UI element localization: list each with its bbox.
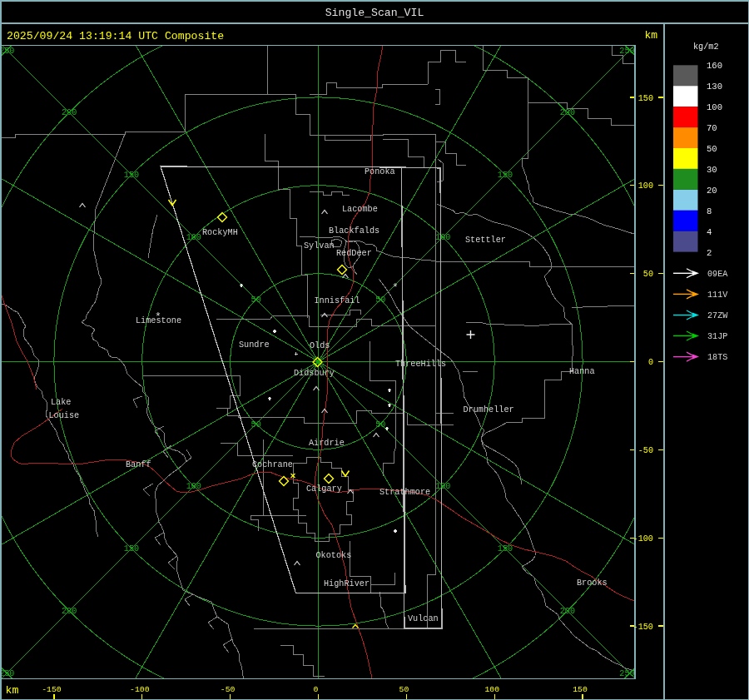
svg-text:2025/09/24 13:19:14 UTC Compos: 2025/09/24 13:19:14 UTC Composite [7, 30, 224, 42]
svg-text:-150: -150 [42, 685, 62, 694]
svg-text:Drumheller: Drumheller [464, 405, 514, 415]
svg-text:0: 0 [648, 358, 653, 367]
svg-text:31JP: 31JP [707, 332, 727, 341]
svg-text:0: 0 [314, 685, 319, 694]
svg-text:50: 50 [399, 685, 409, 694]
svg-text:Hanna: Hanna [569, 367, 595, 376]
svg-text:50: 50 [643, 270, 653, 279]
svg-text:70: 70 [707, 123, 717, 133]
svg-text:50: 50 [251, 420, 261, 429]
svg-text:150: 150 [498, 544, 513, 554]
svg-text:Blackfalds: Blackfalds [329, 226, 379, 236]
svg-text:150: 150 [498, 171, 513, 180]
svg-text:-100: -100 [130, 685, 150, 694]
svg-text:HighRiver: HighRiver [324, 579, 370, 588]
svg-text:4: 4 [707, 227, 712, 237]
svg-text:100: 100 [186, 233, 201, 242]
svg-text:50: 50 [251, 295, 261, 305]
svg-text:50: 50 [375, 295, 385, 305]
svg-text:Calgary: Calgary [306, 484, 342, 494]
svg-text:250: 250 [619, 47, 634, 56]
svg-text:kg/m2: kg/m2 [693, 42, 719, 52]
svg-text:Olds: Olds [310, 341, 330, 350]
svg-text:8: 8 [707, 206, 712, 216]
svg-text:Sundre: Sundre [239, 340, 270, 350]
svg-text:Airdrie: Airdrie [309, 439, 345, 448]
svg-text:200: 200 [62, 607, 77, 616]
svg-text:RockyMH: RockyMH [202, 228, 238, 237]
svg-text:Ponoka: Ponoka [365, 167, 395, 176]
svg-text:100: 100 [435, 233, 450, 242]
svg-text:Okotoks: Okotoks [316, 551, 352, 560]
svg-text:2: 2 [707, 248, 712, 258]
svg-text:100: 100 [484, 685, 499, 694]
svg-text:100: 100 [638, 181, 653, 191]
svg-text:ThreeHills: ThreeHills [395, 360, 446, 369]
svg-text:-150: -150 [633, 623, 653, 632]
svg-text:27ZW: 27ZW [707, 311, 728, 320]
svg-text:130: 130 [707, 82, 722, 92]
svg-text:Didsbury: Didsbury [294, 369, 335, 378]
svg-text:100: 100 [707, 102, 722, 112]
svg-text:200: 200 [560, 607, 575, 616]
svg-text:100: 100 [435, 482, 450, 491]
svg-text:Stettler: Stettler [465, 236, 506, 245]
svg-text:Brooks: Brooks [577, 578, 608, 588]
svg-text:50: 50 [375, 420, 385, 429]
svg-text:Sylvan: Sylvan [304, 241, 335, 251]
svg-text:100: 100 [186, 482, 201, 491]
svg-text:km: km [645, 29, 658, 42]
svg-text:150: 150 [638, 94, 653, 103]
svg-text:30: 30 [707, 165, 717, 175]
svg-text:150: 150 [124, 544, 139, 554]
svg-text:200: 200 [62, 108, 77, 117]
svg-text:150: 150 [124, 171, 139, 180]
svg-text:250: 250 [0, 47, 14, 56]
svg-text:RedDeer: RedDeer [336, 249, 372, 258]
svg-text:18TS: 18TS [707, 353, 727, 362]
svg-text:09EA: 09EA [707, 270, 728, 279]
svg-text:50: 50 [707, 144, 717, 154]
svg-text:Innisfail: Innisfail [315, 296, 360, 305]
svg-text:*: * [155, 310, 161, 323]
svg-text:km: km [6, 684, 19, 697]
svg-text:20: 20 [707, 186, 717, 196]
svg-text:-100: -100 [633, 534, 653, 544]
svg-text:Banff: Banff [126, 460, 151, 469]
svg-text:Lacombe: Lacombe [342, 205, 378, 214]
svg-text:160: 160 [707, 61, 722, 71]
svg-text:Lake: Lake [51, 398, 71, 407]
svg-text:Vulcan: Vulcan [408, 614, 439, 623]
svg-text:111V: 111V [707, 290, 728, 300]
svg-text:*: * [392, 281, 399, 294]
svg-text:Cochrane: Cochrane [252, 460, 293, 469]
svg-text:-50: -50 [221, 685, 236, 694]
svg-text:Louise: Louise [49, 411, 80, 420]
svg-text:Single_Scan_VIL: Single_Scan_VIL [325, 7, 424, 19]
svg-text:200: 200 [560, 108, 575, 117]
svg-text:-50: -50 [638, 446, 653, 455]
svg-text:250: 250 [0, 669, 14, 678]
svg-text:Strathmore: Strathmore [379, 488, 430, 497]
svg-text:250: 250 [619, 669, 634, 678]
svg-text:150: 150 [573, 685, 588, 694]
